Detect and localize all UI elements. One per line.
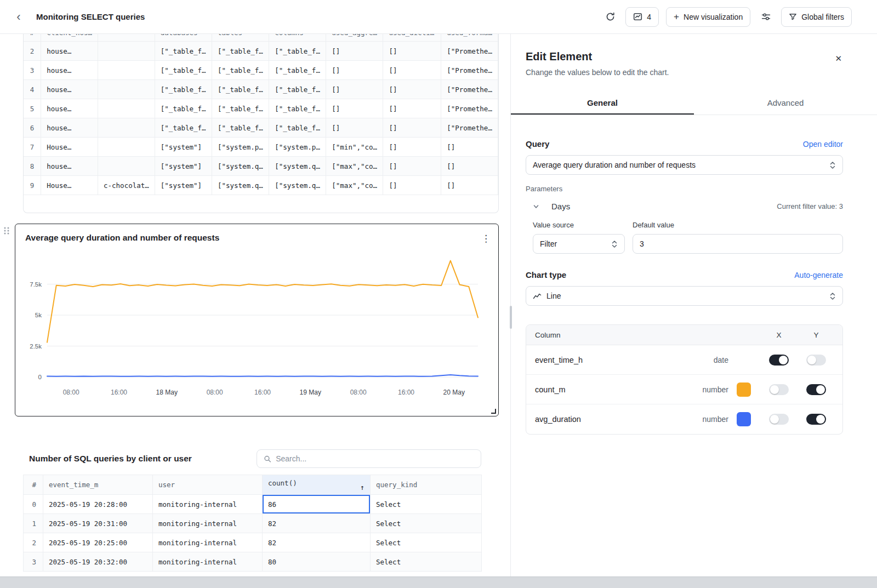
cell[interactable]: [] (383, 80, 441, 99)
open-editor-link[interactable]: Open editor (803, 140, 843, 149)
param-days-toggle[interactable]: Days (551, 202, 570, 211)
cell[interactable] (98, 118, 155, 138)
search-box[interactable] (257, 449, 481, 468)
refresh-button[interactable] (602, 9, 618, 25)
row-number[interactable]: 8 (24, 157, 41, 176)
cell[interactable]: 2025-05-19 20:32:00 (43, 552, 153, 572)
toggle-y-avg_duration[interactable] (806, 414, 826, 425)
chart-type-select[interactable]: Line (526, 286, 843, 306)
cell[interactable]: House… (41, 138, 98, 157)
cell[interactable]: ["_table_f… (155, 99, 212, 118)
cell[interactable]: house… (41, 157, 98, 176)
cell[interactable]: ["_table_f… (212, 118, 269, 138)
cell[interactable]: 2025-05-19 20:25:00 (43, 533, 153, 552)
cell[interactable]: monitoring-internal (153, 552, 263, 572)
cell[interactable]: house… (41, 80, 98, 99)
panels-count-button[interactable]: 4 (625, 7, 659, 27)
cell[interactable]: [] (383, 157, 441, 176)
row-number[interactable]: 0 (24, 495, 43, 514)
cell[interactable]: ["system.p… (269, 138, 326, 157)
adjustments-button[interactable] (758, 9, 774, 25)
cell[interactable]: ["Promethe… (441, 118, 498, 138)
cell[interactable]: ["Promethe… (441, 61, 498, 80)
cell[interactable]: ["system"] (155, 176, 212, 195)
chart-card-selected[interactable]: Average query duration and number of req… (15, 224, 499, 416)
cell[interactable]: [] (326, 99, 383, 118)
cell[interactable]: 2025-05-19 20:28:00 (43, 495, 153, 514)
cell[interactable]: [] (326, 61, 383, 80)
cell[interactable]: Select (371, 514, 482, 533)
cell[interactable]: monitoring-internal (153, 514, 263, 533)
cell[interactable] (98, 157, 155, 176)
cell[interactable]: ["max","co… (326, 176, 383, 195)
cell[interactable]: [] (326, 42, 383, 61)
color-swatch[interactable] (737, 412, 751, 426)
drag-handle-icon[interactable] (3, 226, 12, 237)
toggle-y-event_time_h[interactable] (806, 355, 826, 366)
cell[interactable]: house… (41, 61, 98, 80)
row-number-header[interactable]: # (24, 34, 41, 42)
new-visualization-button[interactable]: + New visualization (666, 7, 750, 27)
cell[interactable]: [] (383, 176, 441, 195)
cell[interactable]: house… (41, 118, 98, 138)
cell[interactable]: 80 (263, 552, 371, 572)
cell[interactable]: ["_table_f… (269, 118, 326, 138)
cell[interactable]: ["_table_f… (155, 80, 212, 99)
color-swatch[interactable] (737, 383, 751, 397)
toggle-x-count_m[interactable] (769, 384, 789, 395)
cell[interactable]: ["_table_f… (269, 99, 326, 118)
cell[interactable]: ["Promethe… (441, 42, 498, 61)
cell[interactable]: house… (41, 99, 98, 118)
toggle-x-avg_duration[interactable] (769, 414, 789, 425)
cell[interactable] (98, 42, 155, 61)
close-icon[interactable]: ✕ (835, 54, 842, 64)
column-header[interactable]: used_aggre… (326, 34, 383, 42)
row-number[interactable]: 3 (24, 61, 41, 80)
column-header[interactable]: query_kind (371, 475, 482, 495)
cell[interactable]: [] (383, 42, 441, 61)
cell[interactable]: 82 (263, 514, 371, 533)
cell[interactable]: 86 (263, 495, 371, 514)
cell[interactable]: [] (383, 61, 441, 80)
cell[interactable]: ["system"] (155, 138, 212, 157)
row-number[interactable]: 2 (24, 533, 43, 552)
cell[interactable]: ["_table_f… (155, 61, 212, 80)
row-number[interactable]: 7 (24, 138, 41, 157)
cell[interactable]: House… (41, 176, 98, 195)
query-select[interactable]: Average query duration and number of req… (526, 155, 843, 175)
global-filters-button[interactable]: Global filters (781, 7, 852, 27)
column-header[interactable]: event_time_m (43, 475, 153, 495)
cell[interactable]: ["_table_f… (155, 42, 212, 61)
search-input[interactable] (276, 454, 474, 463)
cell[interactable] (98, 99, 155, 118)
column-header[interactable]: count()↑ (263, 475, 371, 495)
panel-resize-handle[interactable] (510, 306, 512, 329)
cell[interactable]: monitoring-internal (153, 533, 263, 552)
cell[interactable]: house… (41, 42, 98, 61)
cell[interactable]: 82 (263, 533, 371, 552)
cell[interactable]: Select (371, 495, 482, 514)
value-source-select[interactable]: Filter (533, 234, 625, 254)
tab-advanced[interactable]: Advanced (694, 91, 877, 115)
cell[interactable]: ["Promethe… (441, 99, 498, 118)
row-number-header[interactable]: # (24, 475, 43, 495)
cell[interactable]: ["system.q… (212, 176, 269, 195)
column-header[interactable]: databases (155, 34, 212, 42)
row-number[interactable]: 3 (24, 552, 43, 572)
cell[interactable]: ["_table_f… (212, 42, 269, 61)
auto-generate-link[interactable]: Auto-generate (794, 271, 843, 279)
row-number[interactable]: 9 (24, 176, 41, 195)
cell[interactable]: Select (371, 552, 482, 572)
column-header[interactable]: used_forma… (441, 34, 498, 42)
cell[interactable]: ["_table_f… (212, 99, 269, 118)
toggle-y-count_m[interactable] (806, 384, 826, 395)
cell[interactable]: monitoring-internal (153, 495, 263, 514)
cell[interactable]: [] (383, 99, 441, 118)
cell[interactable]: ["_table_f… (155, 118, 212, 138)
default-value-input[interactable] (633, 234, 843, 254)
cell[interactable]: ["_table_f… (269, 42, 326, 61)
cell[interactable]: ["system.q… (269, 157, 326, 176)
row-number[interactable]: 1 (24, 514, 43, 533)
cell[interactable]: ["system.p… (212, 138, 269, 157)
row-number[interactable]: 2 (24, 42, 41, 61)
